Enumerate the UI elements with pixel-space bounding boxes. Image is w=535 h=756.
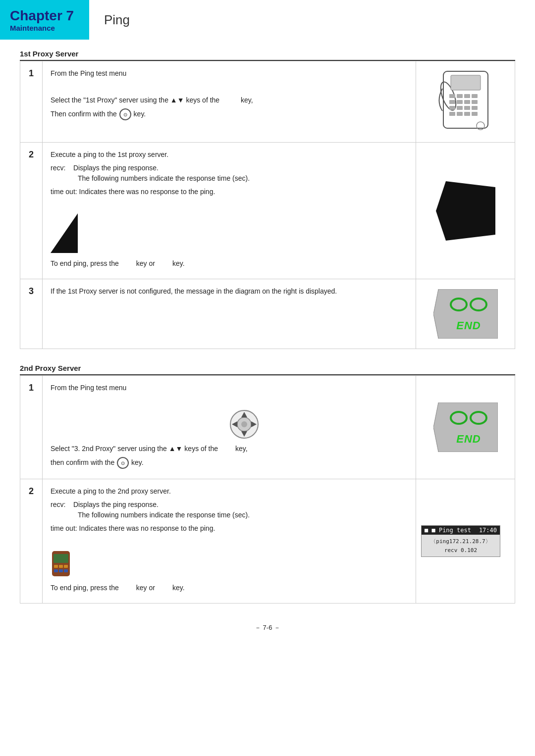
svg-rect-35 [54,554,68,563]
svg-marker-20 [436,181,495,241]
svg-rect-6 [472,94,478,98]
svg-rect-2 [451,75,481,90]
svg-rect-12 [457,106,463,110]
key-shape-icon [51,213,78,253]
ping-block-icon: ■ [425,527,428,534]
section2-header: 2nd Proxy Server [20,364,515,375]
step-text: If the 1st Proxy server is not configure… [51,286,408,297]
svg-rect-4 [457,94,463,98]
svg-point-22 [451,299,467,310]
nav-key-icon [229,409,259,439]
svg-rect-10 [472,100,478,104]
ping-terminal-display: ■ ■ Ping test 17:40 〈ping172.21.28.7〉 re… [421,525,500,557]
end-screen-container: END [433,289,498,339]
mobile-phone-icon [51,550,71,577]
step-image [416,143,515,279]
page-title: Ping [104,12,130,28]
step-content: If the 1st Proxy server is not configure… [43,279,416,349]
chapter-title: Chapter 7 [10,8,79,24]
table-row: 1 From the Ping test menu Select the "1s… [20,61,515,143]
step-text: From the Ping test menu [51,383,408,393]
step-text: recv: Displays the ping response. The fo… [51,500,408,520]
step-content: From the Ping test menu Select the "1st … [43,61,416,143]
step-text: time out: Indicates there was no respons… [51,523,408,534]
svg-point-32 [451,412,467,424]
table-row: 1 From the Ping test menu [20,376,515,479]
step-number: 1 [20,61,43,143]
ping-terminal-title: ■ ■ Ping test [425,527,471,534]
chapter-info: Chapter 7 Maintenance [0,0,89,40]
svg-rect-9 [464,100,470,104]
phone-icon [433,66,498,136]
ping-terminal-title-text: ■ Ping test [431,527,471,534]
step-text: Then confirm with the ⊙ key. [51,108,408,120]
page-title-area: Ping [89,0,535,40]
arrow-down-icon2: ▼ [176,445,183,453]
svg-rect-15 [449,112,455,116]
svg-rect-37 [59,565,63,568]
ok-key-icon2: ⊙ [117,457,129,469]
end-text-2-label: END [449,409,488,446]
step-text: time out: Indicates there was no respons… [51,187,408,197]
step-diagram [51,213,408,254]
section1-header: 1st Proxy Server [20,50,515,61]
step-number: 2 [20,479,43,604]
step-text: From the Ping test menu [51,68,408,79]
svg-rect-3 [449,94,455,98]
ping-terminal-line2: recv 0.102 [426,547,496,554]
step-text [51,396,408,406]
step-text: Select "3. 2nd Proxy" server using the ▲… [51,444,408,454]
step-number: 3 [20,279,43,349]
svg-rect-8 [457,100,463,104]
table-row: 2 Execute a ping to the 2nd proxy server… [20,479,515,604]
end-icon-circles [449,296,488,318]
step-number: 2 [20,143,43,279]
step-content: Execute a ping to the 2nd proxy server. … [43,479,416,604]
arrow-down-icon: ▼ [177,96,184,104]
svg-rect-40 [59,569,63,572]
section1-table: 1 From the Ping test menu Select the "1s… [20,61,515,349]
end-display-2-diagram: END [421,395,510,459]
step-text [51,537,408,547]
page-header: Chapter 7 Maintenance Ping [0,0,535,40]
step-image: ■ ■ Ping test 17:40 〈ping172.21.28.7〉 re… [416,479,515,604]
svg-rect-11 [449,106,455,110]
black-shape-icon [436,181,495,241]
step-text: Select the "1st Proxy" server using the … [51,95,408,105]
section2-table: 1 From the Ping test menu [20,375,515,604]
end-text-label: END [449,296,488,332]
svg-point-23 [471,299,486,310]
svg-rect-38 [64,565,68,568]
step-number: 1 [20,376,43,479]
svg-point-26 [241,421,247,427]
ping-terminal-time: 17:40 [479,527,497,534]
main-content: 1st Proxy Server 1 From the Ping test me… [0,40,535,647]
chapter-subtitle: Maintenance [10,24,79,32]
svg-rect-13 [464,106,470,110]
arrow-up-icon: ▲ [170,96,177,104]
black-shape-diagram [421,179,510,243]
svg-rect-36 [54,565,58,568]
svg-rect-5 [464,94,470,98]
step-content: From the Ping test menu [43,376,416,479]
step-text [51,200,408,210]
colored-phone-diagram [51,550,408,579]
step-image [416,61,515,143]
step-text [51,82,408,92]
ping-terminal-header: ■ ■ Ping test 17:40 [422,526,500,535]
end-label-2: END [449,433,488,446]
svg-rect-18 [472,112,478,116]
table-row: 2 Execute a ping to the 1st proxy server… [20,143,515,279]
step-content: Execute a ping to the 1st proxy server. … [43,143,416,279]
step-text: To end ping, press the key or key. [51,258,408,269]
step-text: Execute a ping to the 1st proxy server. [51,150,408,160]
step-text: To end ping, press the key or key. [51,583,408,593]
end-display-diagram: END [421,284,510,344]
ping-terminal-line1: 〈ping172.21.28.7〉 [426,538,496,545]
ok-key-icon: ⊙ [119,108,131,120]
svg-rect-14 [472,106,478,110]
step-image: END [416,279,515,349]
nav-key-diagram [80,409,408,441]
arrow-up-icon2: ▲ [169,445,176,453]
end-screen-2-container: END [433,403,498,452]
